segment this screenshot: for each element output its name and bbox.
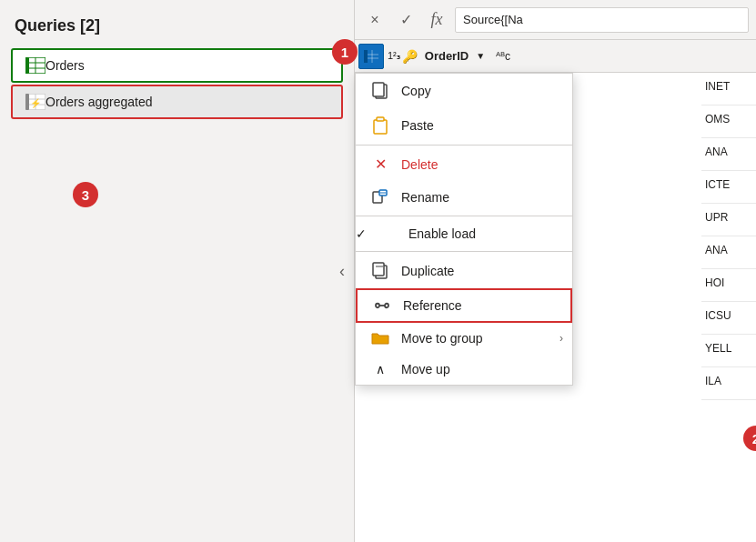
submenu-arrow-icon: › (559, 332, 563, 345)
col-table-icon (358, 44, 384, 69)
svg-rect-18 (374, 120, 387, 134)
data-cell-4: UPR (701, 204, 756, 236)
context-menu: Copy Paste ✕ Delete (355, 73, 573, 386)
menu-item-move-up[interactable]: ∧ Move up (356, 354, 572, 385)
col-type-badge: 1²₃ 🔑 (388, 49, 418, 64)
menu-item-reference[interactable]: Reference (356, 288, 572, 323)
menu-item-paste[interactable]: Paste (356, 108, 572, 143)
confirm-button[interactable]: ✓ (393, 7, 418, 33)
formula-bar: × ✓ fx Source{[Na (355, 0, 756, 40)
duplicate-label: Duplicate (401, 264, 454, 278)
delete-label: Delete (401, 157, 438, 172)
data-cell-6: HOI (701, 269, 756, 302)
menu-item-enable-load[interactable]: ✓ Enable load (356, 218, 572, 249)
data-cell-7: ICSU (701, 302, 756, 335)
menu-item-move-to-group[interactable]: Move to group › (356, 323, 572, 354)
query-item-orders-aggregated[interactable]: ⚡ Orders aggregated (11, 85, 343, 119)
query-label-aggregated: Orders aggregated (45, 95, 153, 109)
move-up-icon: ∧ (370, 362, 390, 376)
svg-rect-1 (25, 57, 29, 74)
move-to-group-label: Move to group (401, 331, 483, 346)
duplicate-icon (370, 262, 390, 280)
menu-item-delete[interactable]: ✕ Delete (356, 147, 572, 181)
data-cell-1: OMS (701, 105, 756, 138)
enable-load-label: Enable load (408, 226, 476, 241)
data-cell-9: ILA (701, 367, 756, 400)
separator-1 (356, 145, 572, 146)
sidebar: Queries [2] Orders 1 ⚡ (0, 0, 355, 542)
paste-label: Paste (401, 118, 434, 133)
main-panel: × ✓ fx Source{[Na 1²₃ 🔑 OrderID ▼ ᴬᴮc (355, 0, 756, 542)
col-dropdown-button[interactable]: ▼ (476, 51, 485, 61)
badge-3: 3 (73, 182, 98, 207)
rename-label: Rename (401, 190, 449, 205)
rename-icon (370, 189, 390, 206)
move-up-label: Move up (401, 362, 450, 376)
svg-rect-24 (373, 263, 384, 276)
table-icon-aggregated: ⚡ (25, 94, 45, 110)
svg-rect-6 (25, 94, 29, 110)
svg-rect-19 (377, 117, 384, 121)
reference-label: Reference (403, 298, 462, 313)
col-name: OrderID (421, 49, 472, 63)
query-item-orders[interactable]: Orders (11, 48, 343, 83)
delete-icon: ✕ (370, 156, 390, 173)
data-cell-5: ANA (701, 236, 756, 269)
separator-3 (356, 251, 572, 252)
query-label-orders: Orders (45, 58, 85, 73)
reference-icon (372, 298, 392, 313)
badge-2: 2 (743, 426, 756, 451)
menu-item-rename[interactable]: Rename (356, 181, 572, 214)
svg-text:⚡: ⚡ (30, 97, 42, 109)
table-icon-orders (25, 57, 45, 74)
badge-1: 1 (332, 39, 358, 65)
svg-rect-12 (364, 50, 368, 63)
col-key-icon: 🔑 (402, 49, 418, 64)
column-header-row: 1²₃ 🔑 OrderID ▼ ᴬᴮc (355, 40, 756, 73)
checkmark-icon: ✓ (356, 226, 367, 241)
data-column: INET OMS ANA ICTE UPR ANA HOI ICSU YELL … (701, 73, 756, 400)
data-cell-2: ANA (701, 138, 756, 171)
formula-input[interactable]: Source{[Na (455, 7, 749, 33)
folder-icon (370, 331, 390, 346)
fx-button[interactable]: fx (424, 7, 449, 33)
data-cell-0: INET (701, 73, 756, 105)
svg-rect-17 (373, 83, 384, 96)
paste-icon (370, 116, 390, 135)
sidebar-title: Queries [2] (0, 0, 354, 46)
col-abc-type: ᴬᴮc (496, 50, 510, 63)
separator-2 (356, 216, 572, 216)
data-cell-3: ICTE (701, 171, 756, 204)
cancel-button[interactable]: × (362, 7, 388, 33)
copy-label: Copy (401, 84, 431, 98)
data-cell-8: YELL (701, 335, 756, 367)
sidebar-collapse-arrow[interactable]: ‹ (339, 262, 345, 281)
menu-item-copy[interactable]: Copy (356, 74, 572, 108)
copy-icon (370, 82, 390, 100)
menu-item-duplicate[interactable]: Duplicate (356, 254, 572, 288)
